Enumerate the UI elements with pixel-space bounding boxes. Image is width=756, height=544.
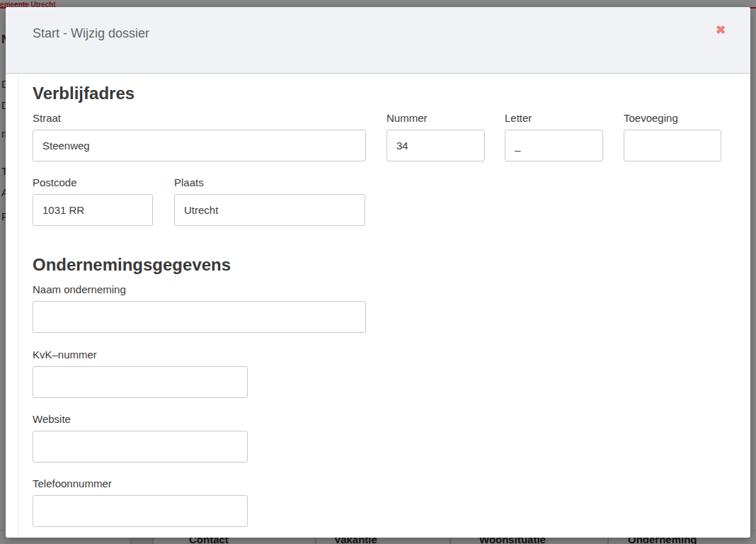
modal-header: Start - Wijzig dossier ✖	[6, 7, 750, 74]
divider	[18, 74, 19, 538]
field-postcode: Postcode	[33, 176, 153, 226]
field-straat: Straat	[33, 112, 366, 162]
field-telefoonnummer: Telefoonnummer	[33, 477, 248, 527]
letter-label: Letter	[505, 112, 603, 124]
website-label: Website	[33, 413, 248, 425]
field-naam-onderneming: Naam onderneming	[33, 283, 366, 333]
toevoeging-label: Toevoeging	[624, 112, 721, 124]
close-icon[interactable]: ✖	[713, 23, 728, 38]
field-kvk-nummer: KvK–nummer	[33, 348, 248, 398]
field-letter: Letter	[505, 112, 603, 162]
section-heading-ondernemingsgegevens: Ondernemingsgegevens	[33, 255, 231, 275]
field-nummer: Nummer	[386, 112, 485, 162]
modal-title: Start - Wijzig dossier	[33, 26, 149, 41]
straat-label: Straat	[33, 112, 366, 124]
naam-onderneming-label: Naam onderneming	[33, 283, 366, 295]
field-toevoeging: Toevoeging	[624, 112, 721, 162]
telefoonnummer-label: Telefoonnummer	[33, 477, 248, 489]
kvk-nummer-input[interactable]	[33, 366, 248, 398]
field-plaats: Plaats	[174, 176, 365, 226]
nummer-label: Nummer	[386, 112, 485, 124]
section-heading-verblijfadres: Verblijfadres	[33, 84, 134, 103]
toevoeging-input[interactable]	[624, 130, 721, 162]
wijzig-dossier-modal: Start - Wijzig dossier ✖ Verblijfadres S…	[6, 7, 750, 538]
plaats-input[interactable]	[174, 194, 365, 226]
letter-input[interactable]	[505, 130, 603, 162]
straat-input[interactable]	[33, 130, 366, 162]
website-input[interactable]	[33, 431, 248, 463]
field-website: Website	[33, 413, 248, 463]
postcode-input[interactable]	[33, 194, 153, 226]
plaats-label: Plaats	[174, 176, 365, 188]
naam-onderneming-input[interactable]	[33, 301, 366, 333]
postcode-label: Postcode	[33, 176, 153, 188]
telefoonnummer-input[interactable]	[33, 495, 248, 527]
kvk-nummer-label: KvK–nummer	[33, 348, 248, 361]
nummer-input[interactable]	[386, 130, 485, 162]
